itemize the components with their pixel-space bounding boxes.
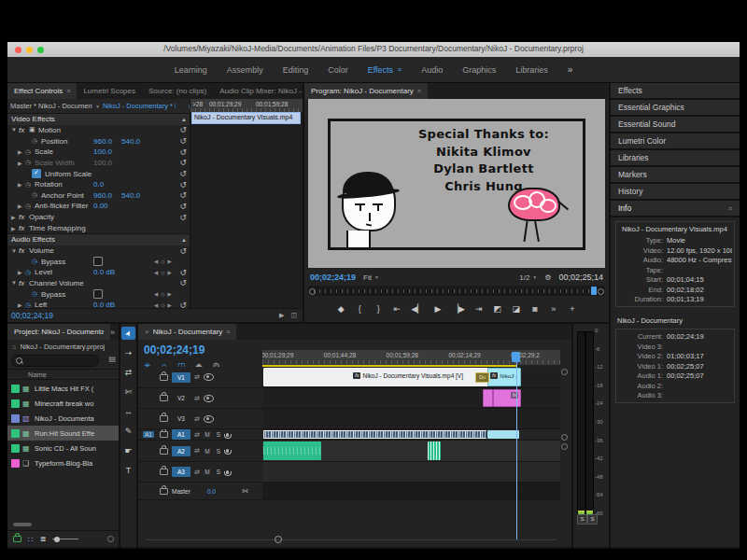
track-output-eye-icon[interactable] xyxy=(204,373,214,381)
label-color-swatch[interactable] xyxy=(11,459,20,468)
workspace-tab-libraries[interactable]: Libraries xyxy=(515,65,548,75)
track-target-button[interactable]: A1 xyxy=(172,429,190,440)
keyframe-add-icon[interactable]: ◇ xyxy=(161,302,164,308)
master-clip-selector[interactable]: Master * NikoJ - Documentar... xyxy=(10,102,92,110)
effect-param-row[interactable]: ◷Bypass◀◇▶ xyxy=(7,256,190,267)
panel-menu-icon[interactable]: ≡ xyxy=(398,66,402,73)
mini-timeline-ruler[interactable]: >2800;01;29;2900;01;59;28 xyxy=(190,99,303,112)
mute-button[interactable]: M xyxy=(204,469,211,475)
workspace-tab-audio[interactable]: Audio xyxy=(421,65,443,75)
stopwatch-icon[interactable]: ◷ xyxy=(32,258,41,265)
tab-source-no-clips-[interactable]: Source: (no clips) xyxy=(142,83,213,99)
effect-param-row[interactable]: ▼fxVolume↺ xyxy=(7,245,190,257)
pen-tool[interactable]: ✎ xyxy=(121,425,135,438)
collapse-icon[interactable]: ▲ xyxy=(181,237,187,243)
keyframe-add-icon[interactable]: ◇ xyxy=(161,259,164,264)
checkbox[interactable] xyxy=(32,169,41,178)
twirl-icon[interactable]: ▶ xyxy=(18,148,25,155)
tab-sequence[interactable]: × NikoJ - Documentary ≡ xyxy=(138,324,236,340)
stopwatch-icon[interactable]: ◷ xyxy=(25,181,35,189)
checkbox[interactable] xyxy=(93,289,103,299)
vscroll-handle[interactable] xyxy=(561,369,568,375)
program-current-timecode[interactable]: 00;02;24;19 xyxy=(304,273,363,282)
tab-markers[interactable]: Markers xyxy=(611,167,740,182)
checkbox[interactable] xyxy=(93,257,103,266)
tab-lumetri-scopes[interactable]: Lumetri Scopes xyxy=(77,83,142,99)
keyframe-next-icon[interactable]: ▶ xyxy=(167,259,171,264)
solo-button[interactable]: S xyxy=(215,469,222,475)
source-patch[interactable]: A1 xyxy=(141,431,156,438)
master-volume-value[interactable]: 0.0 xyxy=(207,488,216,495)
hand-tool[interactable]: ☛ xyxy=(121,444,135,457)
workspace-tab-color[interactable]: Color xyxy=(328,65,348,75)
transition-chip[interactable]: Du xyxy=(475,372,489,383)
program-scrubber[interactable] xyxy=(308,286,605,296)
reset-icon[interactable]: ↺ xyxy=(179,147,187,157)
effect-param-row[interactable]: ▼fx▣Motion↺ xyxy=(7,125,190,136)
track-header-a1[interactable]: A1A1⇄MS xyxy=(138,429,262,440)
mute-button[interactable]: M xyxy=(204,448,211,455)
param-value[interactable]: 0.0 xyxy=(93,180,104,189)
twirl-icon[interactable]: ▶ xyxy=(11,214,19,220)
param-value[interactable]: 540.0 xyxy=(121,137,140,146)
thumbnail-size-slider[interactable] xyxy=(52,539,78,539)
panel-menu-icon[interactable]: ≡ xyxy=(66,88,70,94)
playhead-handle[interactable] xyxy=(512,352,520,362)
stopwatch-icon[interactable]: ◷ xyxy=(25,159,35,166)
twirl-icon[interactable]: ▼ xyxy=(11,127,19,133)
sequence-timecode[interactable]: 00;02;24;19 xyxy=(144,343,204,357)
twirl-icon[interactable]: ▶ xyxy=(11,225,19,231)
collapse-icon[interactable]: ▲ xyxy=(181,117,187,122)
razor-tool[interactable]: ✄ xyxy=(121,385,135,399)
effect-param-row[interactable]: ▶◷Scale Width100.0↺ xyxy=(7,158,190,169)
track-target-button[interactable]: V1 xyxy=(172,372,190,383)
search-input[interactable] xyxy=(11,355,99,367)
step-back-button[interactable]: ◀▏ xyxy=(411,304,424,314)
track-header-a3[interactable]: A3⇄MS xyxy=(138,462,262,482)
effect-param-row[interactable]: ▶◷Anti-flicker Filter0.00↺ xyxy=(7,201,190,212)
effect-param-row[interactable]: ◷Bypass◀◇▶ xyxy=(7,288,190,300)
reset-icon[interactable]: ↺ xyxy=(179,158,187,167)
track-select-forward-tool[interactable]: ⇢ xyxy=(121,346,135,359)
project-item[interactable]: ▦Run:Hit Sound Effe xyxy=(7,426,119,441)
track-lock-icon[interactable] xyxy=(160,448,168,455)
hscroll-handle[interactable] xyxy=(275,536,282,543)
sync-lock-icon[interactable]: ⇄ xyxy=(194,373,200,381)
list-view-button[interactable]: ≣ xyxy=(40,535,47,543)
track-output-eye-icon[interactable] xyxy=(204,415,214,423)
effect-param-row[interactable]: ◷Position960.0540.0↺ xyxy=(7,135,190,147)
reset-icon[interactable]: ↺ xyxy=(179,213,187,222)
ripple-edit-tool[interactable]: ⇄ xyxy=(121,366,135,379)
program-playhead[interactable] xyxy=(591,287,597,295)
track-target-button[interactable]: A3 xyxy=(172,467,190,477)
panel-options-button[interactable]: ◫ xyxy=(290,312,297,319)
tab-effect-controls[interactable]: Effect Controls≡ xyxy=(7,83,77,99)
reset-icon[interactable]: ↺ xyxy=(179,180,187,189)
keyframe-prev-icon[interactable]: ◀ xyxy=(154,291,158,297)
reset-icon[interactable]: ↺ xyxy=(179,169,187,178)
param-value[interactable]: 100.0 xyxy=(93,159,112,167)
track-lock-icon[interactable] xyxy=(160,415,168,422)
add-marker-button[interactable]: ◆ xyxy=(336,304,345,314)
clip-a1-audio[interactable] xyxy=(263,430,486,439)
tab-audio-clip-mixer-nikoj-documenta[interactable]: Audio Clip Mixer: NikoJ - Documenta xyxy=(213,83,303,99)
param-value[interactable]: 960.0 xyxy=(93,137,112,146)
column-header-name[interactable]: Name xyxy=(7,369,119,380)
effect-param-row[interactable]: ▶fxTime Remapping xyxy=(7,222,190,233)
keyframe-next-icon[interactable]: ▶ xyxy=(167,302,171,308)
track-target-button[interactable]: A2 xyxy=(172,446,190,456)
stopwatch-icon[interactable]: ◷ xyxy=(32,290,41,298)
stopwatch-icon[interactable]: ◷ xyxy=(25,203,35,210)
settings-wrench-icon[interactable]: ⚙ xyxy=(544,273,551,282)
track-lock-icon[interactable] xyxy=(160,431,168,438)
twirl-icon[interactable]: ▶ xyxy=(18,269,25,275)
effect-param-row[interactable]: ◷Anchor Point960.0540.0↺ xyxy=(7,189,190,201)
sync-lock-icon[interactable]: ⇄ xyxy=(194,415,200,423)
type-tool[interactable]: T xyxy=(121,464,135,477)
timeline-hscrollbar[interactable] xyxy=(146,539,557,540)
stopwatch-icon[interactable]: ◷ xyxy=(32,137,41,145)
clip-v2-graphic-1[interactable] xyxy=(483,389,493,407)
workspace-tab-editing[interactable]: Editing xyxy=(283,65,309,75)
reset-icon[interactable]: ↺ xyxy=(179,125,187,134)
track-target-button[interactable]: V2 xyxy=(172,393,190,403)
